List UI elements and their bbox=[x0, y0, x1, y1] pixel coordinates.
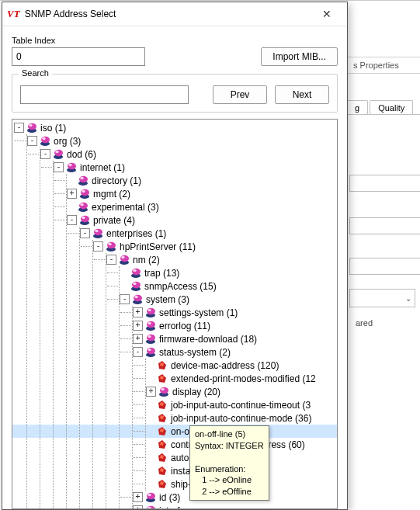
folder-node-icon bbox=[53, 149, 64, 159]
tree-node-label: firmware-download (18) bbox=[159, 334, 257, 345]
search-input[interactable] bbox=[20, 85, 189, 104]
bg-input-1[interactable] bbox=[349, 175, 420, 192]
tree-node-label: job-input-auto-continue-mode (36) bbox=[171, 413, 311, 424]
collapse-icon[interactable]: - bbox=[133, 347, 143, 357]
import-mib-button[interactable]: Import MIB... bbox=[261, 47, 338, 66]
tree-node-label: mgmt (2) bbox=[93, 189, 130, 199]
tree-node-label: settings-system (1) bbox=[159, 307, 238, 318]
expand-icon[interactable]: + bbox=[133, 492, 143, 502]
tree-node-iso[interactable]: -iso (1) bbox=[14, 121, 337, 134]
tree-node-internet[interactable]: -internet (1) bbox=[54, 161, 337, 174]
next-button[interactable]: Next bbox=[275, 85, 329, 104]
leaf-node-icon bbox=[157, 373, 168, 383]
tree-node-dod[interactable]: -dod (6) bbox=[40, 147, 337, 161]
tree-node-org[interactable]: -org (3) bbox=[27, 134, 337, 147]
tree-node-label: trap (13) bbox=[144, 268, 179, 279]
folder-node-icon bbox=[106, 241, 117, 252]
expander-spacer bbox=[146, 414, 154, 422]
collapse-icon[interactable]: - bbox=[40, 149, 50, 159]
tree-node-interfac[interactable]: +interfac bbox=[133, 504, 337, 508]
tree-node-label: ship- bbox=[171, 479, 191, 490]
tree-node-snmpAccess[interactable]: snmpAccess (15) bbox=[120, 279, 337, 293]
collapse-icon[interactable]: - bbox=[120, 294, 130, 304]
tree-node-errorlog[interactable]: +errorlog (11) bbox=[133, 319, 337, 332]
bg-select-1[interactable]: ⌄ bbox=[349, 289, 415, 307]
collapse-icon[interactable]: - bbox=[93, 241, 103, 252]
expand-icon[interactable]: + bbox=[133, 321, 143, 331]
tree-node-firmware[interactable]: +firmware-download (18) bbox=[133, 332, 337, 345]
titlebar[interactable]: VT SNMP Address Select ✕ bbox=[2, 2, 347, 26]
tree-node-jito[interactable]: job-input-auto-continue-timeout (3 bbox=[146, 398, 337, 411]
expander-spacer bbox=[146, 453, 154, 462]
tree-node-display[interactable]: +display (20) bbox=[146, 385, 337, 398]
leaf-node-icon bbox=[157, 479, 168, 489]
tree-node-label: iso (1) bbox=[40, 123, 66, 134]
collapse-icon[interactable]: - bbox=[54, 162, 64, 172]
mib-tree[interactable]: -iso (1)-org (3)-dod (6)-internet (1)dir… bbox=[12, 119, 338, 509]
collapse-icon[interactable]: - bbox=[14, 123, 24, 133]
folder-node-icon bbox=[130, 281, 142, 291]
tree-node-label: display (20) bbox=[172, 387, 220, 397]
tree-node-label: insta bbox=[171, 466, 190, 477]
tree-node-hp[interactable]: -hpPrintServer (11) bbox=[93, 240, 337, 253]
bg-input-3[interactable] bbox=[349, 258, 420, 275]
app-logo: VT bbox=[7, 8, 20, 20]
tree-node-mgmt[interactable]: +mgmt (2) bbox=[67, 187, 337, 200]
expander-spacer bbox=[120, 282, 128, 290]
folder-node-icon bbox=[78, 202, 89, 212]
bg-input-2[interactable] bbox=[349, 217, 420, 234]
collapse-icon[interactable]: - bbox=[106, 255, 116, 265]
tree-node-label: auto bbox=[171, 453, 189, 463]
expand-icon[interactable]: + bbox=[67, 189, 77, 199]
search-group: Search Prev Next bbox=[12, 74, 338, 113]
folder-node-icon bbox=[79, 215, 91, 225]
folder-node-icon bbox=[79, 189, 91, 199]
tree-node-label: experimental (3) bbox=[92, 202, 159, 213]
tree-node-settings[interactable]: +settings-system (1) bbox=[133, 306, 337, 319]
tree-node-status[interactable]: -status-system (2) bbox=[133, 345, 337, 359]
table-index-input[interactable] bbox=[12, 47, 145, 66]
expander-spacer bbox=[67, 203, 75, 211]
tree-node-label: private (4) bbox=[93, 215, 135, 226]
close-button[interactable]: ✕ bbox=[311, 3, 342, 25]
tree-node-directory[interactable]: directory (1) bbox=[67, 174, 337, 187]
tree-node-mac[interactable]: device-mac-address (120) bbox=[146, 359, 337, 372]
expander-spacer bbox=[146, 440, 154, 449]
leaf-node-icon bbox=[157, 426, 168, 436]
tree-node-trap[interactable]: trap (13) bbox=[120, 266, 337, 279]
prev-button[interactable]: Prev bbox=[213, 85, 267, 104]
leaf-node-icon bbox=[157, 453, 168, 463]
bg-tab-quality[interactable]: Quality bbox=[370, 100, 413, 115]
folder-node-icon bbox=[145, 321, 157, 331]
tree-node-system[interactable]: -system (3) bbox=[120, 293, 337, 306]
expander-spacer bbox=[146, 401, 154, 409]
collapse-icon[interactable]: - bbox=[67, 215, 77, 225]
folder-node-icon bbox=[40, 136, 51, 146]
bg-properties-tab[interactable]: s Properties bbox=[346, 57, 405, 73]
tree-node-private[interactable]: -private (4) bbox=[67, 213, 337, 227]
tree-node-ext[interactable]: extended-print-modes-modified (12 bbox=[146, 372, 337, 385]
collapse-icon[interactable]: - bbox=[27, 136, 37, 146]
expand-icon[interactable]: + bbox=[133, 334, 143, 344]
expand-icon[interactable]: + bbox=[133, 505, 143, 508]
bg-tab-g[interactable]: g bbox=[346, 100, 368, 115]
tree-node-nm[interactable]: -nm (2) bbox=[106, 253, 337, 266]
expander-spacer bbox=[146, 480, 154, 488]
tree-node-jimo[interactable]: job-input-auto-continue-mode (36) bbox=[146, 411, 337, 425]
tree-node-enterprises[interactable]: -enterprises (1) bbox=[80, 227, 337, 240]
folder-node-icon bbox=[78, 175, 89, 186]
dialog-title: SNMP Address Select bbox=[25, 9, 311, 19]
collapse-icon[interactable]: - bbox=[80, 228, 90, 238]
tree-node-label: device-mac-address (120) bbox=[171, 360, 279, 371]
expand-icon[interactable]: + bbox=[133, 307, 143, 317]
search-legend: Search bbox=[19, 68, 52, 78]
folder-node-icon bbox=[130, 268, 142, 278]
expand-icon[interactable]: + bbox=[146, 387, 156, 397]
tree-node-label: id (3) bbox=[159, 492, 180, 503]
tree-node-label: dod (6) bbox=[67, 149, 96, 160]
tree-node-experimental[interactable]: experimental (3) bbox=[67, 200, 337, 213]
expander-spacer bbox=[67, 176, 75, 185]
folder-node-icon bbox=[119, 255, 130, 265]
tree-node-label: snmpAccess (15) bbox=[144, 281, 217, 292]
expander-spacer bbox=[146, 374, 154, 383]
